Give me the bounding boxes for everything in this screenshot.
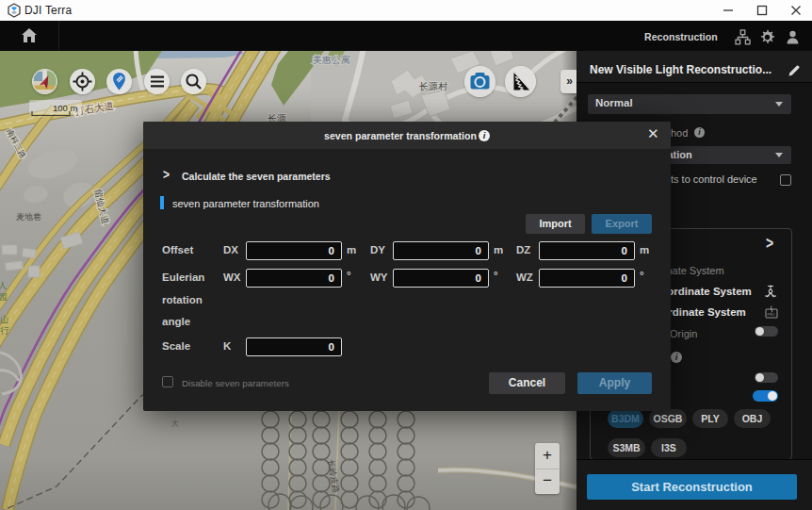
svg-text:PRJ: PRJ xyxy=(767,312,774,317)
